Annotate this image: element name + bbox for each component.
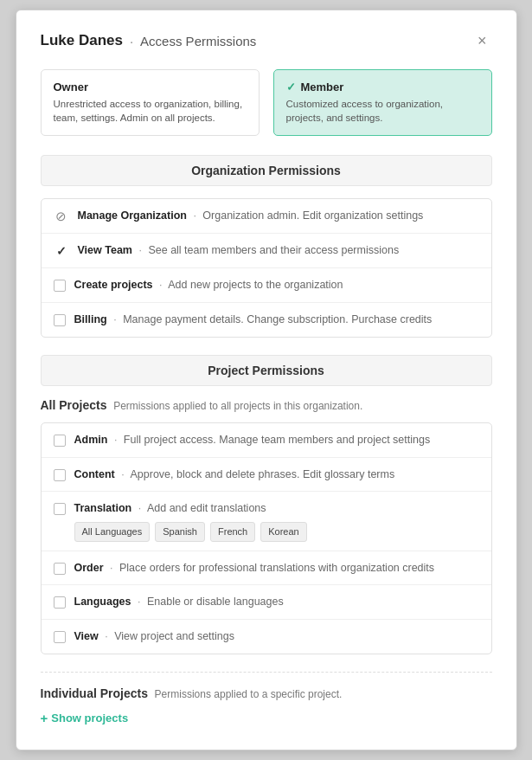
checkbox-order[interactable] [54,563,66,575]
perm-view-name: View [74,630,99,642]
individual-desc: Permissions applied to a specific projec… [155,688,343,700]
perm-view-team-text: View Team · See all team members and the… [78,242,479,259]
perm-manage-org-name: Manage Organization [78,209,187,222]
perm-translation-desc: Add and edit translations [147,502,266,514]
perm-manage-org: ⊘ Manage Organization · Organization adm… [42,199,491,234]
role-member-title: ✓ Member [286,81,479,93]
checkbox-create-projects[interactable] [54,280,66,292]
modal-header: Luke Danes · Access Permissions × [41,31,492,50]
perm-translation-name: Translation [74,502,132,514]
perm-view-team: ✓ View Team · See all team members and t… [42,234,491,268]
role-selector: Owner Unrestricted access to organizatio… [41,69,492,136]
blocked-icon: ⊘ [54,209,69,224]
language-tags: All Languages Spanish French Korean [74,522,479,542]
perm-order-desc: Place orders for professional translatio… [119,562,434,574]
show-projects-label: Show projects [51,712,128,725]
lang-tag-all[interactable]: All Languages [74,522,151,542]
project-permissions-header: Project Permissions [41,355,492,386]
show-projects-button[interactable]: + Show projects [41,711,129,725]
perm-admin-desc: Full project access. Manage team members… [124,434,430,446]
perm-admin-name: Admin [74,434,108,446]
perm-create-projects-desc: Add new projects to the organization [168,279,343,291]
role-owner-title: Owner [54,81,247,93]
checkbox-translation[interactable] [54,503,66,515]
perm-languages-text: Languages · Enable or disable languages [74,594,479,610]
perm-view: View · View project and settings [42,620,491,654]
perm-translation: Translation · Add and edit translations … [42,492,491,551]
close-button[interactable]: × [472,31,492,50]
role-owner-desc: Unrestricted access to organization, bil… [54,97,247,125]
member-check-icon: ✓ [286,81,296,93]
checkbox-billing[interactable] [54,314,66,326]
all-projects-label: All Projects [41,398,107,412]
individual-projects-section: Individual Projects Permissions applied … [41,672,492,725]
perm-create-projects-text: Create projects · Add new projects to th… [74,277,479,293]
perm-view-text: View · View project and settings [74,628,479,645]
lang-tag-french[interactable]: French [210,522,255,542]
checkbox-view[interactable] [54,631,66,643]
perm-billing-text: Billing · Manage payment details. Change… [74,312,479,328]
individual-label: Individual Projects [41,686,148,700]
lang-tag-korean[interactable]: Korean [260,522,306,542]
perm-content-name: Content [74,468,115,480]
perm-content-desc: Approve, block and delete phrases. Edit … [130,468,394,480]
perm-admin: Admin · Full project access. Manage team… [42,423,491,458]
perm-view-desc: View project and settings [114,630,234,642]
user-name: Luke Danes [41,32,123,49]
perm-manage-org-text: Manage Organization · Organization admin… [78,208,479,224]
project-permissions-box: Admin · Full project access. Manage team… [41,422,492,654]
perm-content-text: Content · Approve, block and delete phra… [74,467,479,483]
perm-create-projects-name: Create projects [74,279,153,291]
page-title: Access Permissions [140,34,256,48]
all-projects-title: All Projects Permissions applied to all … [41,398,492,412]
perm-admin-text: Admin · Full project access. Manage team… [74,432,479,448]
role-card-owner[interactable]: Owner Unrestricted access to organizatio… [41,69,260,136]
perm-manage-org-desc: Organization admin. Edit organization se… [202,209,423,222]
perm-order-name: Order [74,562,104,574]
perm-order: Order · Place orders for professional tr… [42,551,491,586]
role-member-desc: Customized access to organization, proje… [286,97,479,125]
perm-view-team-name: View Team [78,244,132,256]
perm-billing-name: Billing [74,313,107,325]
modal-title: Luke Danes · Access Permissions [41,32,257,49]
checkbox-content[interactable] [54,469,66,481]
all-projects-desc: Permissions applied to all projects in t… [113,400,362,412]
org-permissions-box: ⊘ Manage Organization · Organization adm… [41,198,492,338]
perm-languages-desc: Enable or disable languages [147,596,284,608]
perm-languages-name: Languages [74,596,131,608]
perm-view-team-desc: See all team members and their access pe… [148,244,399,256]
checkbox-languages[interactable] [54,596,66,609]
perm-billing: Billing · Manage payment details. Change… [42,303,491,337]
perm-create-projects: Create projects · Add new projects to th… [42,268,491,303]
plus-icon: + [41,711,48,725]
lang-tag-spanish[interactable]: Spanish [155,522,205,542]
check-icon: ✓ [54,243,69,259]
access-permissions-modal: Luke Danes · Access Permissions × Owner … [16,10,517,750]
role-card-member[interactable]: ✓ Member Customized access to organizati… [273,69,492,136]
org-permissions-header: Organization Permissions [41,155,492,186]
perm-content: Content · Approve, block and delete phra… [42,458,491,493]
checkbox-admin[interactable] [54,435,66,447]
perm-languages: Languages · Enable or disable languages [42,585,491,620]
perm-billing-desc: Manage payment details. Change subscript… [123,313,432,325]
individual-title: Individual Projects Permissions applied … [41,686,492,700]
perm-order-text: Order · Place orders for professional tr… [74,560,479,576]
perm-translation-text: Translation · Add and edit translations … [74,500,479,541]
title-separator: · [130,34,133,48]
